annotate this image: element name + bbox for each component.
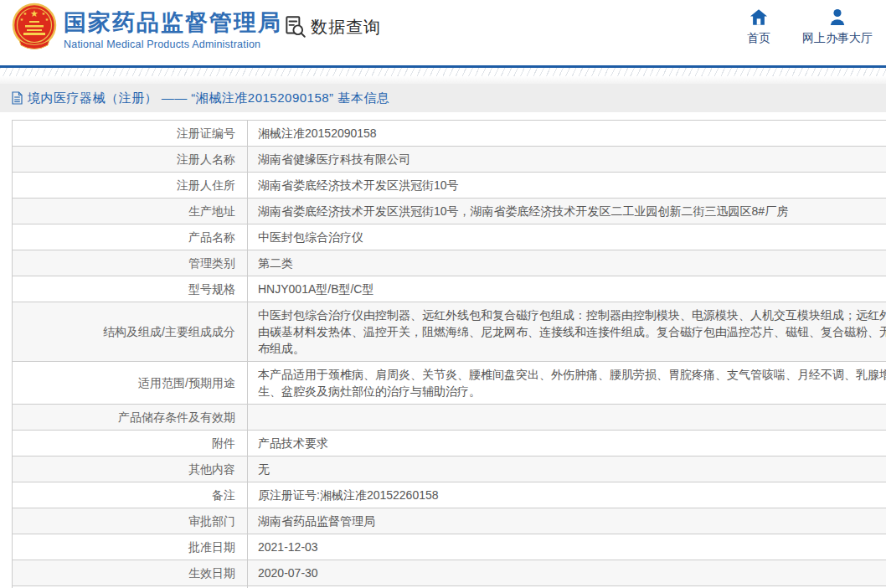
table-row: 管理类别 第二类: [13, 250, 886, 276]
document-icon: [12, 91, 23, 105]
table-row: 结构及组成/主要组成成分 中医封包综合治疗仪由控制器、远红外线包和复合磁疗包组成…: [13, 302, 886, 362]
row-value: HNJY001A型/B型/C型: [248, 276, 886, 302]
row-label: 结构及组成/主要组成成分: [13, 302, 248, 362]
table-row: 附件 产品技术要求: [13, 431, 886, 456]
table-row: 产品名称 中医封包综合治疗仪: [13, 224, 886, 250]
table-row: 生产地址 湖南省娄底经济技术开发区洪冠街10号，湖南省娄底经济技术开发区二工业园…: [13, 199, 886, 224]
data-query-icon: [282, 14, 307, 39]
nav-home-label: 首页: [747, 31, 770, 46]
row-value: 中医封包综合治疗仪由控制器、远红外线包和复合磁疗包组成：控制器由控制模块、电源模…: [248, 302, 886, 362]
table-row: 生效日期 2020-07-30: [13, 560, 886, 586]
page: ★ ★ ★ ★ ★ 国家药品监督管理局 National Medical Pro…: [0, 0, 886, 588]
row-value: 产品技术要求: [248, 431, 886, 456]
row-value: 第二类: [248, 250, 886, 276]
row-label: 备注: [13, 482, 248, 508]
org-name-cn: 国家药品监督管理局: [64, 9, 282, 36]
row-label: 生产地址: [13, 199, 248, 224]
table-row: 注册证编号 湘械注准20152090158: [13, 121, 886, 147]
nav-service-hall-label: 网上办事大厅: [802, 31, 873, 46]
breadcrumb-bar: 境内医疗器械（注册） —— “湘械注准20152090158” 基本信息: [0, 84, 886, 112]
row-label: 注册人住所: [13, 173, 248, 199]
nav-service-hall[interactable]: 网上办事大厅: [802, 8, 873, 46]
row-value: 湘械注准20152090158: [248, 121, 886, 147]
row-label: 批准日期: [13, 534, 248, 560]
row-value: 2021-12-03: [248, 534, 886, 560]
table-row: 审批部门 湖南省药品监督管理局: [13, 508, 886, 534]
site-header: ★ ★ ★ ★ ★ 国家药品监督管理局 National Medical Pro…: [0, 0, 886, 65]
table-row: 其他内容 无: [13, 456, 886, 482]
row-label: 注册人名称: [13, 147, 248, 173]
page-title: 境内医疗器械（注册） —— “湘械注准20152090158” 基本信息: [28, 90, 389, 106]
svg-text:★: ★: [45, 17, 49, 22]
row-value: 中医封包综合治疗仪: [248, 224, 886, 250]
svg-text:★: ★: [23, 11, 28, 16]
national-emblem-icon: ★ ★ ★ ★ ★: [10, 3, 59, 54]
row-value: 湖南省娄底经济技术开发区洪冠街10号: [248, 173, 886, 199]
svg-text:★: ★: [42, 11, 46, 16]
row-label: 型号规格: [13, 276, 248, 302]
fade-band: [0, 76, 886, 84]
table-row: 适用范围/预期用途 本产品适用于颈椎病、肩周炎、关节炎、腰椎间盘突出、外伤肿痛、…: [13, 362, 886, 405]
table-row: 注册人名称 湖南省健缘医疗科技有限公司: [13, 147, 886, 173]
row-label: 审批部门: [13, 508, 248, 534]
row-value: [248, 405, 886, 431]
info-table: 注册证编号 湘械注准20152090158 注册人名称 湖南省健缘医疗科技有限公…: [12, 120, 886, 588]
row-label: 附件: [13, 431, 248, 456]
header-nav: 首页 网上办事大厅: [747, 8, 873, 46]
table-row: 备注 原注册证号:湘械注准20152260158: [13, 482, 886, 508]
table-row: 注册人住所 湖南省娄底经济技术开发区洪冠街10号: [13, 173, 886, 199]
info-table-body: 注册证编号 湘械注准20152090158 注册人名称 湖南省健缘医疗科技有限公…: [13, 121, 886, 588]
row-label: 其他内容: [13, 456, 248, 482]
row-value: 湖南省娄底经济技术开发区洪冠街10号，湖南省娄底经济技术开发区二工业园创新二街三…: [248, 199, 886, 224]
row-label: 注册证编号: [13, 121, 248, 147]
row-label: 管理类别: [13, 250, 248, 276]
data-query-link[interactable]: 数据查询: [282, 14, 381, 39]
row-label: 产品储存条件及有效期: [13, 405, 248, 431]
row-value: 湖南省药品监督管理局: [248, 508, 886, 534]
table-row: 型号规格 HNJY001A型/B型/C型: [13, 276, 886, 302]
org-name-en: National Medical Products Administration: [64, 39, 282, 50]
svg-text:★: ★: [20, 17, 24, 22]
data-query-label: 数据查询: [311, 16, 381, 39]
table-row: 产品储存条件及有效期: [13, 405, 886, 431]
row-value: 原注册证号:湘械注准20152260158: [248, 482, 886, 508]
row-value: 湖南省健缘医疗科技有限公司: [248, 147, 886, 173]
person-icon: [828, 8, 847, 26]
org-titles: 国家药品监督管理局 National Medical Products Admi…: [64, 9, 282, 50]
table-row: 批准日期 2021-12-03: [13, 534, 886, 560]
svg-text:★: ★: [30, 8, 39, 18]
hatch-band: [0, 68, 886, 76]
home-icon: [749, 8, 768, 26]
row-label: 适用范围/预期用途: [13, 362, 248, 405]
row-value: 本产品适用于颈椎病、肩周炎、关节炎、腰椎间盘突出、外伤肿痛、腰肌劳损、胃脘疼痛、…: [248, 362, 886, 405]
nav-home[interactable]: 首页: [747, 8, 770, 46]
row-label: 产品名称: [13, 224, 248, 250]
row-value: 2020-07-30: [248, 560, 886, 586]
row-value: 无: [248, 456, 886, 482]
row-label: 生效日期: [13, 560, 248, 586]
